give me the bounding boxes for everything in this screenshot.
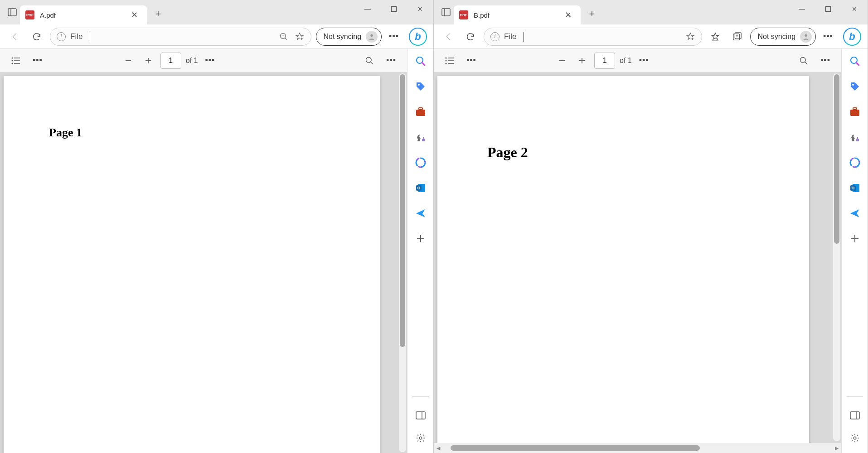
new-tab-button[interactable]: + [150,5,167,23]
chess-icon[interactable] [848,130,862,144]
refresh-button[interactable] [28,28,45,45]
tab-title: B.pdf [474,11,556,19]
bing-button[interactable]: b [843,28,861,46]
close-tab-button[interactable]: ✕ [127,8,141,22]
favorites-bar-icon[interactable] [707,28,724,45]
briefcase-icon[interactable] [414,105,427,119]
page-number-input[interactable] [160,53,181,69]
maximize-button[interactable] [381,0,407,18]
scroll-track[interactable] [443,445,832,451]
address-bar[interactable]: i File [484,28,702,46]
svg-point-45 [805,34,807,36]
send-icon[interactable] [848,207,862,220]
svg-rect-24 [419,108,422,110]
bing-icon: b [849,31,855,43]
more-menu-button[interactable]: ••• [820,29,836,44]
maximize-button[interactable] [815,0,841,18]
scroll-thumb[interactable] [400,74,405,347]
back-button[interactable] [6,28,24,45]
site-info-icon[interactable]: i [490,32,499,41]
pdf-toolbar: ••• of 1 ••• ••• [434,49,841,72]
profile-avatar-icon [366,31,378,43]
pdf-more-center[interactable]: ••• [202,53,218,68]
site-info-icon[interactable]: i [57,32,66,41]
chess-icon[interactable] [414,130,427,144]
outlook-icon[interactable]: O [414,181,427,195]
split-screen-icon[interactable] [848,409,862,422]
copilot-icon[interactable] [414,156,427,169]
page-number-input[interactable] [594,53,615,69]
scroll-left-arrow[interactable]: ◀ [434,445,443,451]
zoom-out-button[interactable] [121,53,136,68]
close-window-button[interactable]: ✕ [841,0,868,18]
contents-button[interactable] [8,53,24,68]
settings-icon[interactable] [848,431,862,445]
close-window-button[interactable]: ✕ [407,0,433,18]
sync-profile-button[interactable]: Not syncing [750,28,816,46]
sidebar-divider [847,396,863,397]
svg-line-21 [422,63,425,65]
title-bar: PDF B.pdf ✕ + ✕ [434,0,868,24]
window-controls: ✕ [354,0,433,18]
address-bar[interactable]: i File [50,28,311,46]
pdf-more-right[interactable]: ••• [818,53,833,68]
zoom-in-button[interactable] [574,53,590,68]
zoom-in-button[interactable] [141,53,156,68]
browser-tab[interactable]: PDF B.pdf ✕ [454,5,581,24]
settings-icon[interactable] [414,431,427,445]
zoom-icon[interactable] [279,32,288,41]
vertical-scrollbar[interactable] [399,73,406,452]
tab-actions-button[interactable] [438,5,454,20]
scroll-right-arrow[interactable]: ▶ [832,445,841,451]
text-cursor [524,32,524,42]
svg-point-22 [418,84,420,86]
more-menu-button[interactable]: ••• [386,29,402,44]
search-icon[interactable] [414,54,427,68]
tag-icon[interactable] [414,80,427,93]
page-heading: Page 1 [49,126,335,140]
pdf-more-right[interactable]: ••• [383,53,399,68]
minimize-button[interactable] [789,0,815,18]
favorite-icon[interactable] [295,32,305,42]
find-button[interactable] [796,53,811,68]
pdf-viewport[interactable]: Page 1 [0,72,407,453]
favorite-icon[interactable] [685,32,695,42]
scroll-thumb[interactable] [834,74,839,244]
tab-actions-button[interactable] [5,5,20,20]
pdf-viewport[interactable]: Page 2 ◀ ▶ [434,72,841,453]
copilot-icon[interactable] [848,156,862,169]
collections-icon[interactable] [728,28,746,45]
send-icon[interactable] [414,207,427,220]
briefcase-icon[interactable] [848,105,862,119]
minimize-button[interactable] [354,0,381,18]
bing-button[interactable]: b [409,28,427,46]
pdf-more-left[interactable]: ••• [30,53,45,68]
scroll-thumb[interactable] [451,445,700,451]
add-sidebar-icon[interactable] [848,232,862,246]
sync-profile-button[interactable]: Not syncing [316,28,382,46]
vertical-scrollbar[interactable] [833,73,840,441]
main-area: ••• of 1 ••• ••• Page 1 [0,49,433,453]
new-tab-button[interactable]: + [583,5,601,23]
outlook-icon[interactable]: O [848,181,862,195]
pdf-more-left[interactable]: ••• [464,53,479,68]
search-icon[interactable] [848,54,862,68]
browser-tab[interactable]: PDF A.pdf ✕ [20,5,147,24]
pdf-page: Page 1 [4,76,380,453]
tag-icon[interactable] [848,80,862,93]
back-button[interactable] [440,28,457,45]
contents-button[interactable] [442,53,457,68]
find-button[interactable] [362,53,377,68]
close-tab-button[interactable]: ✕ [561,8,575,22]
refresh-button[interactable] [462,28,479,45]
pdf-more-center[interactable]: ••• [636,53,652,68]
svg-point-34 [419,437,422,439]
add-sidebar-icon[interactable] [414,232,427,246]
browser-window-b: PDF B.pdf ✕ + ✕ i File Not syncing [434,0,868,453]
horizontal-scrollbar[interactable]: ◀ ▶ [434,443,841,453]
split-screen-icon[interactable] [414,409,427,422]
zoom-out-button[interactable] [554,53,570,68]
edge-sidebar: O [407,49,433,453]
pdf-file-icon: PDF [25,10,34,19]
sidebar-divider [412,396,429,397]
